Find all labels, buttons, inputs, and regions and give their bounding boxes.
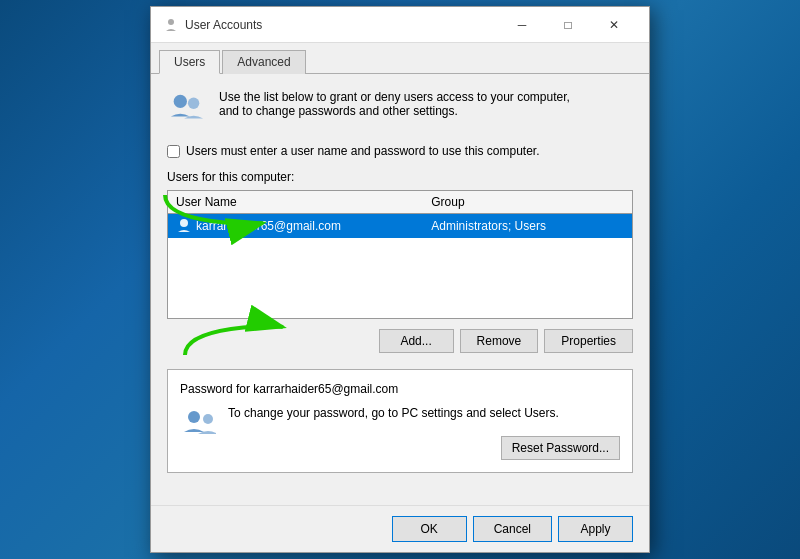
maximize-button[interactable]: □: [545, 10, 591, 40]
dialog-icon: [163, 17, 179, 33]
user-table: User Name Group: [167, 190, 633, 319]
dialog-title: User Accounts: [185, 18, 262, 32]
users-icon: [167, 90, 205, 128]
dialog-content: Use the list below to grant or deny user…: [151, 74, 649, 505]
header-line2: and to change passwords and other settin…: [219, 104, 570, 118]
user-icon-area: [167, 90, 207, 130]
dialog-overlay: User Accounts ─ □ ✕ Users Advanced: [0, 0, 800, 559]
header-description: Use the list below to grant or deny user…: [219, 90, 570, 118]
cell-username: karrarhaider65@gmail.com: [168, 214, 424, 239]
table-empty-row: [168, 238, 633, 318]
title-bar-left: User Accounts: [163, 17, 262, 33]
svg-point-5: [180, 219, 188, 227]
ok-button[interactable]: OK: [392, 516, 467, 542]
close-button[interactable]: ✕: [591, 10, 637, 40]
checkbox-label: Users must enter a user name and passwor…: [186, 144, 540, 158]
checkbox-row: Users must enter a user name and passwor…: [167, 144, 633, 158]
cell-group: Administrators; Users: [423, 214, 632, 239]
svg-point-7: [203, 414, 213, 424]
header-line1: Use the list below to grant or deny user…: [219, 90, 570, 104]
svg-point-2: [168, 19, 174, 25]
svg-point-4: [188, 98, 199, 109]
remove-button[interactable]: Remove: [460, 329, 539, 353]
password-section: Password for karrarhaider65@gmail.com To…: [167, 369, 633, 473]
apply-button[interactable]: Apply: [558, 516, 633, 542]
cancel-button[interactable]: Cancel: [473, 516, 552, 542]
title-bar: User Accounts ─ □ ✕: [151, 7, 649, 43]
tab-users[interactable]: Users: [159, 50, 220, 74]
svg-point-3: [174, 95, 187, 108]
tab-advanced[interactable]: Advanced: [222, 50, 305, 74]
user-table-body: karrarhaider65@gmail.com Administrators;…: [168, 214, 633, 319]
reset-password-button[interactable]: Reset Password...: [501, 436, 620, 460]
user-row-icon: [176, 218, 192, 234]
col-group: Group: [423, 191, 632, 214]
users-section-label: Users for this computer:: [167, 170, 633, 184]
password-description: To change your password, go to PC settin…: [228, 406, 620, 420]
title-bar-controls: ─ □ ✕: [499, 10, 637, 40]
properties-button[interactable]: Properties: [544, 329, 633, 353]
tab-strip: Users Advanced: [151, 43, 649, 74]
password-content: To change your password, go to PC settin…: [180, 406, 620, 460]
bottom-buttons-bar: OK Cancel Apply: [151, 505, 649, 552]
password-user-icon: [180, 406, 216, 442]
add-button[interactable]: Add...: [379, 329, 454, 353]
header-section: Use the list below to grant or deny user…: [167, 90, 633, 130]
minimize-button[interactable]: ─: [499, 10, 545, 40]
desktop: User Accounts ─ □ ✕ Users Advanced: [0, 0, 800, 559]
table-row[interactable]: karrarhaider65@gmail.com Administrators;…: [168, 214, 633, 239]
dialog-window: User Accounts ─ □ ✕ Users Advanced: [150, 6, 650, 553]
user-action-buttons: Add... Remove Properties: [167, 329, 633, 353]
password-header: Password for karrarhaider65@gmail.com: [180, 382, 620, 396]
col-username: User Name: [168, 191, 424, 214]
svg-point-6: [188, 411, 200, 423]
require-password-checkbox[interactable]: [167, 145, 180, 158]
